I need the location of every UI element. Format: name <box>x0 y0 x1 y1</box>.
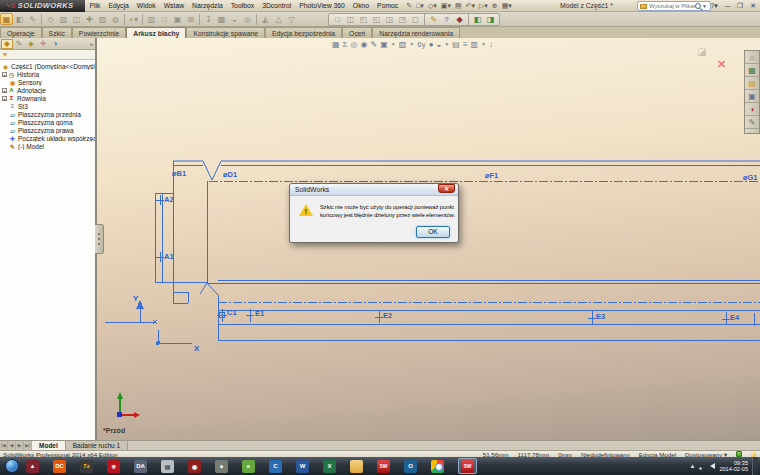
toolbar-icon[interactable]: ▣ <box>171 13 184 25</box>
toolbar-icon[interactable]: ↧ <box>202 13 215 25</box>
view-orientation-icon[interactable]: ▣ <box>380 40 388 49</box>
menu-pomoc[interactable]: Pomoc <box>373 0 402 12</box>
tab-scroll-last-icon[interactable]: ▶| <box>24 441 32 450</box>
tab-konstrukcje-spawane[interactable]: Konstrukcje spawane <box>186 27 265 38</box>
hide-show-icon[interactable]: 6y <box>417 40 425 49</box>
tab-powierzchnie[interactable]: Powierzchnie <box>72 27 126 38</box>
corel-icon[interactable]: ✳ <box>107 460 120 473</box>
7zip-icon[interactable]: 7z <box>80 460 93 473</box>
dim-label-c1[interactable]: C1 <box>227 308 237 317</box>
zoom-area-icon[interactable]: ◎ <box>351 40 358 49</box>
save-icon[interactable]: ▣▾ <box>439 2 453 10</box>
dialog-close-icon[interactable]: ✕ <box>438 184 455 193</box>
chrome-icon[interactable] <box>431 460 444 473</box>
view-palette-icon[interactable]: ▣ <box>745 90 759 103</box>
mate-icon[interactable]: ◆ <box>453 13 466 25</box>
dim-label-e1[interactable]: E1 <box>255 309 264 318</box>
tab-scroll-right-icon[interactable]: ▶ <box>16 441 24 450</box>
ok-button[interactable]: OK <box>416 226 450 238</box>
minimize-button[interactable]: ─ <box>723 3 732 10</box>
toolbar-icon[interactable]: ✚ <box>83 13 96 25</box>
search-icon[interactable] <box>695 3 701 9</box>
open-document-icon[interactable]: ◇▾ <box>426 2 439 10</box>
dim-label-e3[interactable]: E3 <box>596 312 605 321</box>
toolbar-icon[interactable]: ▨ <box>96 13 109 25</box>
view-cube-icon[interactable]: ◰ <box>357 13 370 25</box>
panel-splitter-handle[interactable] <box>95 224 104 254</box>
toolbar-icon[interactable]: ⊞ <box>184 13 197 25</box>
solidworks-icon[interactable]: SW <box>377 460 390 473</box>
dim-label-e2[interactable]: E2 <box>383 311 392 320</box>
folder-icon[interactable] <box>350 460 363 473</box>
restore-button[interactable]: ❐ <box>735 2 745 10</box>
toolbar-icon[interactable]: ◧ <box>13 13 26 25</box>
toolbar-icon[interactable]: ✎ <box>26 13 39 25</box>
tab-badanie-ruchu[interactable]: Badanie ruchu 1 <box>66 441 128 450</box>
menu-wstaw[interactable]: Wstaw <box>160 0 188 12</box>
question-icon[interactable]: ? <box>440 13 453 25</box>
tab-szkic[interactable]: Szkic <box>42 27 72 38</box>
tray-expand-icon[interactable]: ▲ <box>689 463 695 469</box>
dim-label-f1[interactable]: ⌀F1 <box>485 171 498 180</box>
expand-icon[interactable]: + <box>2 72 7 77</box>
excel-icon[interactable]: X <box>323 460 336 473</box>
panel-overflow-icon[interactable]: » <box>90 41 95 47</box>
tree-item-material[interactable]: ≡ St3 <box>0 102 95 110</box>
view-settings-icon[interactable]: ▤ <box>452 40 460 49</box>
camera-icon[interactable]: ◉ <box>188 460 201 473</box>
view-cube-icon[interactable]: ◳ <box>396 13 409 25</box>
appearance-icon[interactable]: ● <box>429 40 434 49</box>
rebuild-icon[interactable]: ⊕ <box>490 2 500 10</box>
image-icon[interactable]: ▥ <box>471 40 479 49</box>
undo-icon[interactable]: ↶▾ <box>464 2 477 10</box>
propertymanager-tab-icon[interactable]: ✎ <box>13 39 25 49</box>
doublecad-icon[interactable]: DC <box>53 460 66 473</box>
green-check-icon[interactable]: ◨ <box>484 13 497 25</box>
design-library-icon[interactable]: ▦ <box>745 64 759 77</box>
solidworks-active-task[interactable]: SW <box>458 458 477 474</box>
equation-icon[interactable]: Σ <box>343 40 348 49</box>
menu-toolbox[interactable]: Toolbox <box>227 0 258 12</box>
tab-model[interactable]: Model <box>32 441 66 450</box>
cancel-sketch-icon[interactable]: ✕ <box>717 58 726 71</box>
view-cube-icon[interactable]: ◲ <box>383 13 396 25</box>
help-icon[interactable]: ?▾ <box>708 2 719 10</box>
menu-photoview[interactable]: PhotoView 360 <box>295 0 349 12</box>
start-button[interactable] <box>5 459 19 473</box>
toolbar-icon[interactable]: ◐▾ <box>127 13 140 25</box>
toolbar-icon[interactable]: ▥ <box>145 13 158 25</box>
tab-operacje[interactable]: Operacje <box>0 27 42 38</box>
tree-item-plaszczyzna-przednia[interactable]: ▱ Płaszczyzna przednia <box>0 110 95 118</box>
toolbar-icon[interactable]: △ <box>272 13 285 25</box>
search-dropdown-icon[interactable]: ▼ <box>702 3 707 9</box>
moon-app-icon[interactable]: C <box>269 460 282 473</box>
speaker-icon[interactable] <box>710 463 715 469</box>
featuremanager-tab-icon[interactable]: ◆ <box>1 39 13 49</box>
search-box[interactable]: ▼ <box>637 1 711 11</box>
tab-scroll-left-icon[interactable]: ◀ <box>8 441 16 450</box>
menu-okno[interactable]: Okno <box>349 0 373 12</box>
scene-icon[interactable]: ◒ <box>437 40 442 49</box>
appearances-icon[interactable]: ◑ <box>745 103 759 116</box>
green-check-icon[interactable]: ◧ <box>471 13 484 25</box>
print-icon[interactable]: ▤ <box>453 2 464 10</box>
configurationmanager-tab-icon[interactable]: ◈ <box>25 39 37 49</box>
tree-root-part[interactable]: ◆ Część1 (Domyślna<<Domyślna>_Sta <box>0 62 95 70</box>
tree-item-rownania[interactable]: + Σ Równania <box>0 94 95 102</box>
network-icon[interactable] <box>699 463 706 470</box>
toolbar-icon[interactable]: ◎ <box>241 13 254 25</box>
tree-filter-row[interactable]: ▼ <box>0 50 95 60</box>
draftsight-icon[interactable]: DA <box>134 460 147 473</box>
tab-arkusz-blachy[interactable]: Arkusz blachy <box>126 27 186 38</box>
tab-edycja-bezposrednia[interactable]: Edycja bezpośrednia <box>265 27 342 38</box>
options-icon[interactable]: ▦▾ <box>500 2 514 10</box>
display-style-icon[interactable]: ▧ <box>399 40 407 49</box>
new-document-icon[interactable]: □▾ <box>414 2 426 10</box>
zoom-fit-icon[interactable]: ▦ <box>332 40 340 49</box>
expand-icon[interactable]: + <box>2 88 7 93</box>
select-icon[interactable]: ▷▾ <box>477 2 490 10</box>
toolbar-icon[interactable]: ◇ <box>44 13 57 25</box>
tree-item-adnotacje[interactable]: + A Adnotacje <box>0 86 95 94</box>
section-view-icon[interactable]: ✎ <box>370 40 377 49</box>
dimxpert-tab-icon[interactable]: ✛ <box>37 39 49 49</box>
